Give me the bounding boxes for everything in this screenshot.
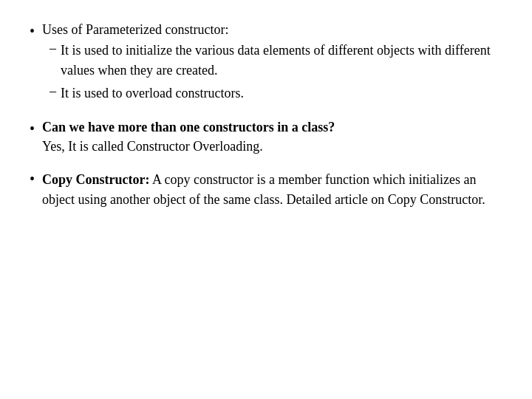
bullet-3-content: Copy Constructor: A copy constructor is … <box>42 170 502 210</box>
list-item-2: • Can we have more than one constructors… <box>30 120 502 157</box>
sub-item-1-2: – It is used to overload constructors. <box>42 83 502 103</box>
dash-1-2: – <box>50 83 56 99</box>
sub-text-1-1: It is used to initialize the various dat… <box>61 41 502 81</box>
bullet-2-continuation: Yes, It is called Constructor Overloadin… <box>42 137 502 157</box>
bullet-1-content: Uses of Parameterized constructor: – It … <box>42 22 502 106</box>
bullet-1-title: Uses of Parameterized constructor: <box>42 22 502 38</box>
bullet-2-title: Can we have more than one constructors i… <box>42 120 502 135</box>
bullet-2-content: Can we have more than one constructors i… <box>42 120 502 157</box>
dash-1-1: – <box>50 41 56 56</box>
bullet-dot-3: • <box>30 171 35 188</box>
slide-content: • Uses of Parameterized constructor: – I… <box>30 22 502 377</box>
sub-list-1: – It is used to initialize the various d… <box>42 41 502 103</box>
sub-text-1-2: It is used to overload constructors. <box>61 83 502 103</box>
list-item-3: • Copy Constructor: A copy constructor i… <box>30 170 502 210</box>
list-item-1: • Uses of Parameterized constructor: – I… <box>30 22 502 106</box>
bullet-3-title-bold: Copy Constructor: <box>42 172 150 187</box>
bullet-dot-2: • <box>30 120 35 137</box>
bullet-dot-1: • <box>30 23 35 40</box>
main-list: • Uses of Parameterized constructor: – I… <box>30 22 502 210</box>
sub-item-1-1: – It is used to initialize the various d… <box>42 41 502 81</box>
